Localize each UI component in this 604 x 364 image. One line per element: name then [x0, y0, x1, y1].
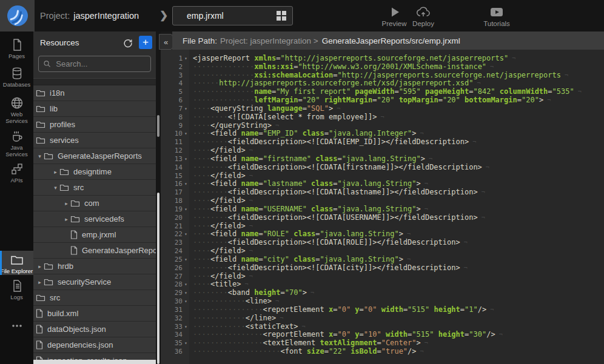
code-text: ················<reportElement x="0" y="…	[193, 306, 494, 314]
code-line[interactable]: 28▾····<title> ¬	[161, 280, 604, 289]
tree-item-i18n[interactable]: i18n	[33, 85, 156, 101]
code-line[interactable]: 1▾<jasperReport xmlns="http://jasperrepo…	[161, 55, 604, 63]
code-line[interactable]: 26········<fieldDescription><![CDATA[cit…	[161, 264, 604, 273]
fold-arrow-icon[interactable]: ▾	[184, 230, 190, 239]
fold-arrow-icon[interactable]: ▾	[184, 339, 190, 348]
line-number: 33	[161, 323, 183, 331]
sidebar-item-pages[interactable]: Pages	[0, 36, 33, 60]
expand-arrow-icon[interactable]: ▸	[36, 263, 44, 270]
collapse-arrow-icon[interactable]: ▾	[52, 185, 59, 191]
code-line[interactable]: 6··············leftMargin="20" rightMarg…	[161, 96, 604, 105]
search-input[interactable]	[55, 59, 146, 69]
sidebar-item-web-services[interactable]: Web Services	[0, 94, 33, 125]
code-line[interactable]: 2··············xmlns:xsi="http://www.w3.…	[161, 63, 604, 71]
expand-arrow-icon[interactable]: ▸	[52, 169, 59, 175]
code-line[interactable]: 25▾····<field name="city" class="java.la…	[161, 256, 604, 264]
code-line[interactable]: 5··············name="My first report" pa…	[161, 88, 604, 96]
tree-item-generatejasperreports[interactable]: ▾GenerateJasperReports	[33, 148, 156, 164]
tree-item-services[interactable]: services	[33, 133, 156, 148]
collapse-panel-button[interactable]: «	[159, 34, 173, 50]
code-line[interactable]: 16▾····<field name="lastname" class="jav…	[161, 180, 604, 188]
code-line[interactable]: 31················<reportElement x="0" y…	[161, 306, 604, 314]
tree-item-src[interactable]: src	[33, 290, 156, 306]
sidebar-item-label: APIs	[0, 177, 33, 184]
code-line[interactable]: 4······http://jasperreports.sourceforge.…	[161, 79, 604, 88]
code-line[interactable]: 12····</field> ¬	[161, 147, 604, 155]
tree-item-designtime[interactable]: ▸designtime	[33, 164, 156, 180]
app-logo[interactable]	[0, 0, 35, 31]
code-line[interactable]: 13▾····<field name="firstname" class="ja…	[161, 155, 604, 164]
fold-arrow-icon[interactable]: ▾	[184, 323, 190, 331]
folder-icon	[36, 105, 45, 113]
tree-item-lib[interactable]: lib	[33, 101, 156, 117]
fold-arrow-icon[interactable]: ▾	[184, 105, 190, 113]
tree-item-build-xml[interactable]: build.xml	[33, 306, 156, 322]
fold-arrow-icon[interactable]: ▾	[184, 180, 190, 188]
open-file-tab[interactable]: emp.jrxml	[172, 6, 293, 25]
sidebar-item-more[interactable]	[0, 317, 33, 334]
sidebar-item-java-services[interactable]: Java Services	[0, 127, 33, 158]
code-line[interactable]: 19▾····<field name="USERNAME" class="jav…	[161, 205, 604, 214]
sidebar-item-databases[interactable]: Databases	[0, 64, 33, 88]
panel-horizontal-scrollbar[interactable]	[33, 360, 156, 364]
fold-arrow-icon[interactable]: ▾	[184, 280, 190, 289]
code-line[interactable]: 24····</field> ¬	[161, 247, 604, 256]
sidebar-item-file-explorer[interactable]: File Explorer	[0, 251, 33, 275]
code-line[interactable]: 11········<fieldDescription><![CDATA[EMP…	[161, 138, 604, 147]
code-line[interactable]: 20········<fieldDescription><![CDATA[USE…	[161, 214, 604, 222]
fold-arrow-icon[interactable]: ▾	[184, 297, 190, 306]
fold-arrow-icon[interactable]: ▾	[184, 289, 190, 297]
fold-arrow-icon[interactable]: ▾	[184, 130, 190, 138]
tree-item-hrdb[interactable]: ▸hrdb	[33, 259, 156, 274]
scrollbar-thumb[interactable]	[157, 193, 159, 364]
expand-arrow-icon[interactable]: ▸	[62, 216, 70, 222]
code-line[interactable]: 21····</field> ¬	[161, 222, 604, 231]
deploy-button[interactable]: Deploy	[405, 5, 441, 27]
code-line[interactable]: 7▾····<queryString language="SQL"> ¬	[161, 105, 604, 113]
code-line[interactable]: 17········<fieldDescription><![CDATA[las…	[161, 188, 604, 197]
code-line[interactable]: 32············</line> ¬	[161, 314, 604, 323]
code-line[interactable]: 15····</field> ¬	[161, 172, 604, 180]
collapse-arrow-icon[interactable]: ▾	[36, 153, 44, 159]
code-line[interactable]: 36····················<font size="22" is…	[161, 348, 604, 356]
scrollbar-thumb[interactable]	[157, 115, 159, 137]
sidebar-item-apis[interactable]: APIs	[0, 160, 33, 184]
refresh-button[interactable]	[122, 38, 133, 48]
sidebar-item-logs[interactable]: Logs	[0, 277, 33, 301]
tree-item-servicedefs[interactable]: ▸servicedefs	[33, 211, 156, 227]
code-line[interactable]: 23········<fieldDescription><![CDATA[ROL…	[161, 239, 604, 247]
code-line[interactable]: 34················<reportElement x="0" y…	[161, 331, 604, 339]
code-line[interactable]: 30▾············<line> ¬	[161, 297, 604, 306]
grid-icon[interactable]	[277, 11, 286, 21]
panel-scrollbar[interactable]	[156, 31, 161, 364]
tree-item-com[interactable]: ▸com	[33, 196, 156, 211]
code-line[interactable]: 27····</field> ¬	[161, 273, 604, 281]
tree-item-dataobjects-json[interactable]: dataObjects.json	[33, 322, 156, 337]
expand-arrow-icon[interactable]: ▸	[36, 279, 44, 285]
code-line[interactable]: 9····</queryString> ¬	[161, 122, 604, 130]
code-line[interactable]: 8········<![CDATA[select * from employee…	[161, 113, 604, 122]
expand-arrow-icon[interactable]: ▸	[62, 200, 70, 207]
code-line[interactable]: 3··············xsi:schemaLocation="http:…	[161, 71, 604, 80]
tree-item-dependencies-json[interactable]: dependencies.json	[33, 337, 156, 353]
code-line[interactable]: 33▾············<staticText> ¬	[161, 323, 604, 331]
fold-arrow-icon[interactable]: ▾	[184, 155, 190, 164]
resource-search[interactable]	[38, 56, 151, 72]
tree-item-profiles[interactable]: profiles	[33, 117, 156, 133]
fold-arrow-icon[interactable]: ▾	[184, 205, 190, 214]
code-line[interactable]: 18····</field> ¬	[161, 197, 604, 205]
tree-item-generatejasperreports-s[interactable]: GenerateJasperReports.s	[33, 243, 156, 259]
add-resource-button[interactable]: +	[139, 36, 152, 49]
tutorials-button[interactable]: Tutorials	[478, 5, 515, 27]
code-line[interactable]: 14········<fieldDescription><![CDATA[fir…	[161, 164, 604, 172]
code-editor[interactable]: 1▾<jasperReport xmlns="http://jasperrepo…	[161, 50, 604, 364]
code-line[interactable]: 29▾········<band height="70"> ¬	[161, 289, 604, 297]
fold-arrow-icon[interactable]: ▾	[184, 256, 190, 264]
tree-item-emp-jrxml[interactable]: emp.jrxml	[33, 227, 156, 243]
code-line[interactable]: 10▾····<field name="EMP_ID" class="java.…	[161, 130, 604, 138]
tree-item-src[interactable]: ▾src	[33, 180, 156, 196]
tree-item-securityservice[interactable]: ▸securityService	[33, 274, 156, 290]
code-line[interactable]: 35▾················<textElement textAlig…	[161, 339, 604, 348]
fold-arrow-icon[interactable]: ▾	[184, 55, 190, 63]
code-line[interactable]: 22▾····<field name="ROLE" class="java.la…	[161, 230, 604, 239]
